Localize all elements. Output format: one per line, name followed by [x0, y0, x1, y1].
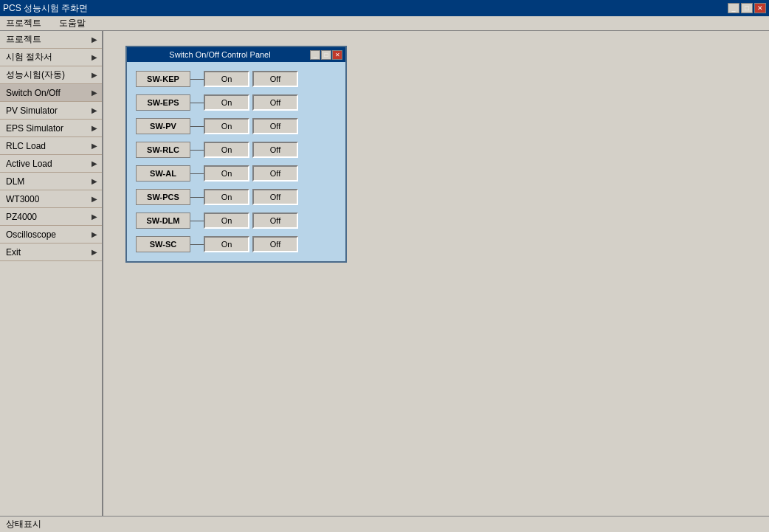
switch-row-pcs: SW-PCS On Off [136, 187, 337, 207]
kep-on-button[interactable]: On [204, 71, 249, 87]
switch-row-eps: SW-EPS On Off [136, 93, 337, 112]
arrow-icon: ▶ [92, 124, 97, 132]
pcs-on-button[interactable]: On [204, 189, 249, 205]
switch-panel-controls: _ □ ✕ [310, 50, 342, 60]
arrow-icon: ▶ [92, 159, 97, 167]
sidebar-item-procedure[interactable]: 시험 절차서 ▶ [0, 49, 102, 66]
eps-on-button[interactable]: On [204, 94, 249, 111]
switch-panel-body: SW-KEP On Off SW-EPS On Off [127, 62, 345, 261]
menu-help[interactable]: 도움말 [56, 15, 89, 31]
btn-group-pcs: On Off [204, 189, 298, 205]
al-off-button[interactable]: Off [252, 165, 298, 182]
btn-group-rlc: On Off [204, 142, 298, 158]
arrow-icon: ▶ [92, 195, 97, 203]
connector-eps [190, 103, 204, 103]
arrow-icon: ▶ [92, 89, 97, 97]
dlm-on-button[interactable]: On [204, 213, 249, 229]
rlc-off-button[interactable]: Off [252, 142, 298, 158]
arrow-icon: ▶ [92, 71, 97, 79]
app-title: PCS 성능시험 주화면 [3, 2, 88, 15]
panel-maximize-button[interactable]: □ [321, 50, 331, 60]
btn-group-al: On Off [204, 165, 298, 182]
kep-off-button[interactable]: Off [252, 71, 298, 87]
sidebar-item-rlc-load[interactable]: RLC Load ▶ [0, 137, 102, 155]
sidebar-item-project[interactable]: 프로젝트 ▶ [0, 31, 102, 49]
switch-label-pv: SW-PV [136, 118, 190, 134]
panel-minimize-button[interactable]: _ [310, 50, 320, 60]
maximize-button[interactable]: □ [741, 3, 753, 13]
sc-on-button[interactable]: On [204, 236, 249, 252]
menu-bar: 프로젝트 도움말 [0, 16, 769, 31]
btn-group-sc: On Off [204, 236, 298, 252]
rlc-on-button[interactable]: On [204, 142, 249, 158]
pv-off-button[interactable]: Off [252, 118, 298, 134]
main-layout: 프로젝트 ▶ 시험 절차서 ▶ 성능시험(자동) ▶ Switch On/Off… [0, 31, 769, 516]
sidebar-item-auto-test[interactable]: 성능시험(자동) ▶ [0, 66, 102, 84]
minimize-button[interactable]: _ [728, 3, 739, 13]
title-bar: PCS 성능시험 주화면 _ □ ✕ [0, 0, 769, 16]
sidebar-item-eps-simulator[interactable]: EPS Simulator ▶ [0, 120, 102, 137]
switch-label-kep: SW-KEP [136, 71, 190, 87]
connector-pv [190, 126, 204, 127]
status-bar: 상태표시 [0, 516, 769, 532]
sidebar-item-active-load[interactable]: Active Load ▶ [0, 155, 102, 173]
sc-off-button[interactable]: Off [252, 236, 298, 252]
status-text: 상태표시 [6, 518, 41, 531]
switch-row-dlm: SW-DLM On Off [136, 211, 337, 230]
switch-row-pv: SW-PV On Off [136, 117, 337, 136]
btn-group-eps: On Off [204, 94, 298, 111]
al-on-button[interactable]: On [204, 165, 249, 182]
btn-group-pv: On Off [204, 118, 298, 134]
switch-control-panel: Switch On/Off Control Panel _ □ ✕ SW-KEP… [125, 46, 347, 263]
connector-kep [190, 79, 204, 80]
pv-on-button[interactable]: On [204, 118, 249, 134]
content-area: Switch On/Off Control Panel _ □ ✕ SW-KEP… [103, 31, 769, 516]
arrow-icon: ▶ [92, 142, 97, 150]
switch-row-al: SW-AL On Off [136, 164, 337, 183]
sidebar-item-exit[interactable]: Exit ▶ [0, 243, 102, 261]
sidebar-item-dlm[interactable]: DLM ▶ [0, 173, 102, 190]
connector-dlm [190, 221, 204, 221]
dlm-off-button[interactable]: Off [252, 213, 298, 229]
switch-label-rlc: SW-RLC [136, 142, 190, 158]
btn-group-kep: On Off [204, 71, 298, 87]
arrow-icon: ▶ [92, 213, 97, 221]
sidebar-item-pv-simulator[interactable]: PV Simulator ▶ [0, 102, 102, 120]
arrow-icon: ▶ [92, 35, 97, 44]
switch-label-dlm: SW-DLM [136, 213, 190, 229]
sidebar-item-pz4000[interactable]: PZ4000 ▶ [0, 208, 102, 226]
panel-close-button[interactable]: ✕ [332, 50, 342, 60]
switch-label-al: SW-AL [136, 165, 190, 182]
connector-al [190, 173, 204, 174]
menu-project[interactable]: 프로젝트 [3, 15, 44, 31]
arrow-icon: ▶ [92, 53, 97, 61]
pcs-off-button[interactable]: Off [252, 189, 298, 205]
switch-panel-title: Switch On/Off Control Panel [130, 50, 310, 59]
arrow-icon: ▶ [92, 106, 97, 114]
arrow-icon: ▶ [92, 177, 97, 185]
connector-sc [190, 244, 204, 245]
switch-row-rlc: SW-RLC On Off [136, 140, 337, 159]
connector-pcs [190, 197, 204, 198]
switch-row-sc: SW-SC On Off [136, 235, 337, 254]
arrow-icon: ▶ [92, 230, 97, 238]
switch-label-sc: SW-SC [136, 236, 190, 252]
sidebar: 프로젝트 ▶ 시험 절차서 ▶ 성능시험(자동) ▶ Switch On/Off… [0, 31, 103, 516]
switch-label-pcs: SW-PCS [136, 189, 190, 205]
sidebar-item-switch-onoff[interactable]: Switch On/Off ▶ [0, 84, 102, 102]
title-controls: _ □ ✕ [728, 3, 766, 13]
switch-panel-titlebar: Switch On/Off Control Panel _ □ ✕ [127, 47, 345, 62]
close-button[interactable]: ✕ [754, 3, 766, 13]
switch-label-eps: SW-EPS [136, 94, 190, 111]
sidebar-item-oscilloscope[interactable]: Oscilloscope ▶ [0, 226, 102, 243]
connector-rlc [190, 150, 204, 151]
switch-row-kep: SW-KEP On Off [136, 69, 337, 89]
sidebar-item-wt3000[interactable]: WT3000 ▶ [0, 190, 102, 208]
eps-off-button[interactable]: Off [252, 94, 298, 111]
btn-group-dlm: On Off [204, 213, 298, 229]
arrow-icon: ▶ [92, 248, 97, 256]
